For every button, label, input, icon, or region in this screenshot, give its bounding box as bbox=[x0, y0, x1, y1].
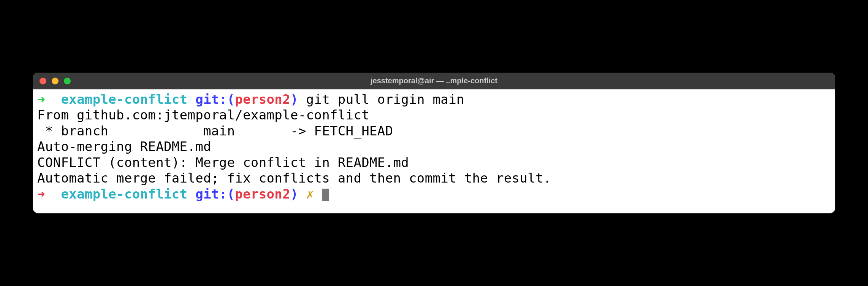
output-line: CONFLICT (content): Merge conflict in RE… bbox=[37, 155, 831, 170]
git-close: ) bbox=[290, 92, 298, 107]
prompt-directory: example-conflict bbox=[61, 186, 187, 202]
window-title: jesstemporal@air — ..mple-conflict bbox=[40, 76, 828, 85]
prompt-arrow-icon: ➜ bbox=[37, 186, 45, 202]
git-dirty-icon: ✗ bbox=[306, 186, 314, 202]
close-icon[interactable] bbox=[40, 78, 46, 84]
terminal-body[interactable]: ➜ example-conflict git:(person2) git pul… bbox=[33, 89, 835, 213]
maximize-icon[interactable] bbox=[64, 78, 71, 84]
prompt-directory: example-conflict bbox=[61, 92, 187, 107]
prompt-line-1: ➜ example-conflict git:(person2) git pul… bbox=[37, 92, 831, 107]
traffic-lights bbox=[40, 78, 71, 84]
output-line: Automatic merge failed; fix conflicts an… bbox=[37, 170, 831, 186]
cursor-icon bbox=[322, 189, 329, 201]
title-bar: jesstemporal@air — ..mple-conflict bbox=[33, 73, 835, 89]
output-line: From github.com:jtemporal/example-confli… bbox=[37, 107, 831, 123]
prompt-line-2: ➜ example-conflict git:(person2) ✗ bbox=[37, 186, 831, 202]
git-branch: person2 bbox=[235, 92, 290, 107]
minimize-icon[interactable] bbox=[52, 78, 59, 84]
git-branch: person2 bbox=[235, 186, 290, 202]
git-label: git:( bbox=[195, 92, 235, 107]
command-text: git pull origin main bbox=[306, 92, 464, 107]
git-label: git:( bbox=[195, 186, 235, 202]
prompt-arrow-icon: ➜ bbox=[37, 92, 45, 107]
terminal-window: jesstemporal@air — ..mple-conflict ➜ exa… bbox=[33, 73, 835, 213]
output-line: * branch main -> FETCH_HEAD bbox=[37, 123, 831, 139]
git-close: ) bbox=[290, 186, 298, 202]
output-line: Auto-merging README.md bbox=[37, 139, 831, 154]
